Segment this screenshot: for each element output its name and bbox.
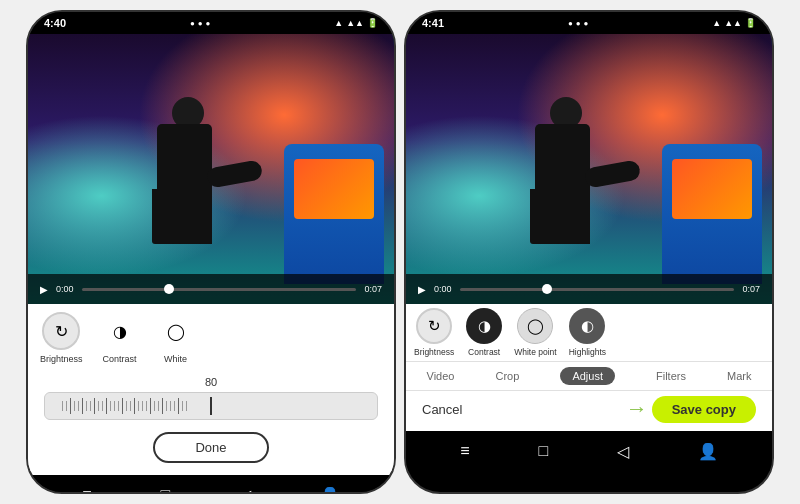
right-status-center: ● ● ● (568, 19, 589, 28)
tab-crop[interactable]: Crop (496, 370, 520, 382)
right-arcade-machine (662, 144, 762, 284)
left-done-button[interactable]: Done (153, 432, 268, 463)
left-status-center: ● ● ● (190, 19, 211, 28)
right-tool-brightness[interactable]: ↻ Brightness (414, 308, 454, 357)
left-progress-thumb (164, 284, 174, 294)
cancel-button[interactable]: Cancel (422, 402, 462, 417)
right-highlights-label: Highlights (569, 347, 606, 357)
left-bottom-nav: ≡ □ ◁ 👤 (28, 475, 394, 494)
right-nav-home-icon[interactable]: □ (538, 442, 548, 460)
left-slider-track[interactable] (44, 392, 378, 420)
save-copy-button[interactable]: Save copy (652, 396, 756, 423)
right-progress-thumb (542, 284, 552, 294)
right-arcade-screen (672, 159, 752, 219)
left-arcade-screen (294, 159, 374, 219)
left-figure (127, 74, 267, 244)
screens-container: 4:40 ● ● ● ▲ ▲▲ 🔋 (0, 0, 800, 504)
right-timeline: ▶ 0:00 0:07 (406, 274, 772, 304)
left-status-icons: ▲ ▲▲ 🔋 (334, 18, 378, 28)
left-time-start: 0:00 (56, 284, 74, 294)
tab-filters[interactable]: Filters (656, 370, 686, 382)
right-nav-back-icon[interactable]: ◁ (617, 442, 629, 461)
right-contrast-label: Contrast (468, 347, 500, 357)
left-brightness-icon: ↻ (42, 312, 80, 350)
right-figure (505, 74, 645, 244)
left-play-icon[interactable]: ▶ (40, 284, 48, 295)
left-leg-right (179, 189, 201, 244)
right-nav-menu-icon[interactable]: ≡ (460, 442, 469, 460)
right-video-content (406, 34, 772, 304)
save-copy-wrapper: → Save copy (626, 396, 756, 423)
right-brightness-label: Brightness (414, 347, 454, 357)
left-brightness-panel: 80 (28, 370, 394, 426)
right-leg-left (530, 189, 552, 244)
right-tool-contrast[interactable]: ◑ Contrast (466, 308, 502, 357)
right-time-end: 0:07 (742, 284, 760, 294)
right-phone-screen: 4:41 ● ● ● ▲ ▲▲ 🔋 (404, 10, 774, 494)
left-progress-track[interactable] (82, 288, 357, 291)
left-edit-tools: ↻ Brightness ◑ Contrast ◯ White 80 (28, 304, 394, 475)
left-figure-legs (152, 189, 201, 244)
right-edit-tools: ↻ Brightness ◑ Contrast ◯ White point ◐ … (406, 304, 772, 431)
right-contrast-icon: ◑ (466, 308, 502, 344)
green-arrow-icon: → (626, 396, 648, 422)
right-leg-right (557, 189, 579, 244)
tab-video[interactable]: Video (427, 370, 455, 382)
right-tool-icons-row: ↻ Brightness ◑ Contrast ◯ White point ◐ … (406, 308, 772, 357)
right-highlights-icon: ◐ (569, 308, 605, 344)
right-nav-profile-icon[interactable]: 👤 (698, 442, 718, 461)
left-contrast-label: Contrast (103, 354, 137, 364)
left-white-icon: ◯ (157, 312, 195, 350)
right-status-icons: ▲ ▲▲ 🔋 (712, 18, 756, 28)
left-leg-left (152, 189, 174, 244)
left-brightness-label: Brightness (40, 354, 83, 364)
right-status-bar: 4:41 ● ● ● ▲ ▲▲ 🔋 (406, 12, 772, 34)
left-brightness-value: 80 (44, 376, 378, 388)
left-status-bar: 4:40 ● ● ● ▲ ▲▲ 🔋 (28, 12, 394, 34)
left-contrast-icon: ◑ (101, 312, 139, 350)
left-done-container: Done (28, 426, 394, 471)
left-nav-menu-icon[interactable]: ≡ (82, 486, 91, 494)
left-white-label: White (164, 354, 187, 364)
right-tab-bar: Video Crop Adjust Filters Mark (406, 361, 772, 391)
left-arcade-machine (284, 144, 384, 284)
right-whitepoint-label: White point (514, 347, 557, 357)
left-tool-white[interactable]: ◯ White (157, 312, 195, 364)
right-progress-track[interactable] (460, 288, 735, 291)
left-tool-brightness[interactable]: ↻ Brightness (40, 312, 83, 364)
right-figure-legs (530, 189, 579, 244)
right-tool-whitepoint[interactable]: ◯ White point (514, 308, 557, 357)
left-figure-arm (206, 159, 264, 188)
left-timeline: ▶ 0:00 0:07 (28, 274, 394, 304)
left-nav-back-icon[interactable]: ◁ (239, 486, 251, 495)
tab-mark[interactable]: Mark (727, 370, 751, 382)
left-time: 4:40 (44, 17, 66, 29)
right-figure-arm (584, 159, 642, 188)
right-time: 4:41 (422, 17, 444, 29)
right-play-icon[interactable]: ▶ (418, 284, 426, 295)
left-video-content (28, 34, 394, 304)
right-bottom-nav: ≡ □ ◁ 👤 (406, 431, 772, 471)
left-time-end: 0:07 (364, 284, 382, 294)
tab-adjust[interactable]: Adjust (560, 367, 615, 385)
right-action-bar: Cancel → Save copy (406, 391, 772, 427)
left-nav-home-icon[interactable]: □ (160, 486, 170, 494)
right-time-start: 0:00 (434, 284, 452, 294)
left-video-area: ▶ 0:00 0:07 (28, 34, 394, 304)
left-tool-icons-row: ↻ Brightness ◑ Contrast ◯ White (28, 312, 394, 364)
left-tool-contrast[interactable]: ◑ Contrast (101, 312, 139, 364)
right-video-area: ▶ 0:00 0:07 (406, 34, 772, 304)
right-brightness-icon: ↻ (416, 308, 452, 344)
left-nav-profile-icon[interactable]: 👤 (320, 486, 340, 495)
left-slider-thumb (210, 397, 212, 415)
right-whitepoint-icon: ◯ (517, 308, 553, 344)
right-tool-highlights[interactable]: ◐ Highlights (569, 308, 606, 357)
left-phone-screen: 4:40 ● ● ● ▲ ▲▲ 🔋 (26, 10, 396, 494)
